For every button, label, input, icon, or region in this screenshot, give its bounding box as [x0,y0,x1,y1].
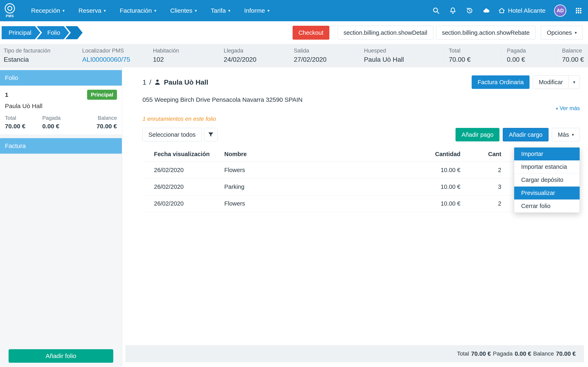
add-payment-button[interactable]: Añadir pago [455,128,499,142]
col-header-cantidad: Cantidad [399,147,461,162]
home-icon [498,7,505,14]
chevron-down-icon: ▾ [268,8,269,13]
field-tipo-facturacion: Tipo de facturación Estancia [4,48,82,63]
menu-item-cargar-deposito[interactable]: Cargar depósito [514,173,580,186]
more-button[interactable]: Más▾ [552,128,580,142]
ver-mas-link[interactable]: ▾ Ver más [556,105,580,112]
filter-funnel-icon [208,131,214,138]
sidebar-factura-header[interactable]: Factura [0,138,122,154]
folio-title: 1 / Paula Uò Hall [143,78,208,86]
field-huesped: Huesped Paula Uò Hall [364,48,443,63]
col-header-fecha: Fecha visualización [143,147,224,162]
principal-badge: Principal [87,90,117,100]
top-nav: PMS Recepción▾ Reserva▾ Facturación▾ Cli… [0,0,588,21]
sidebar-folio-header[interactable]: Folio [0,70,122,86]
notifications-bell-icon[interactable] [449,7,457,14]
menu-item-importar[interactable]: Importar [514,148,580,160]
checkout-button[interactable]: Checkout [293,26,330,40]
folio-detail-panel: 1 / Paula Uò Hall Factura Ordinaria Modi… [122,67,588,367]
menu-clientes[interactable]: Clientes▾ [163,0,204,21]
breadcrumb-principal[interactable]: Principal [2,26,40,39]
field-pagada: Pagada 0.00 € [501,48,556,63]
field-balance: Balance 70.00 € [556,48,584,63]
field-llegada: Llegada 24/02/2020 [224,48,294,63]
person-icon [154,79,161,86]
add-folio-button[interactable]: Añadir folio [8,349,113,363]
menu-informe[interactable]: Informe▾ [237,0,277,21]
breadcrumb-folio[interactable]: Folio [37,26,69,39]
more-dropdown-menu: Importar Importar estancia Cargar depósi… [514,147,580,213]
chevron-down-icon: ▾ [572,133,574,137]
show-detail-button[interactable]: section.billing.action.showDetail [337,26,433,40]
field-total: Total 70.00 € [443,48,501,63]
chevron-down-icon: ▾ [154,8,156,13]
totals-footer: Total 70.00 € Pagada 0.00 € Balance 70.0… [125,345,584,362]
menu-item-importar-estancia[interactable]: Importar estancia [514,160,580,173]
menu-reserva[interactable]: Reserva▾ [72,0,113,21]
select-all-button[interactable]: Seleccionar todos [143,128,202,142]
menu-item-cerrar-folio[interactable]: Cerrar folio [514,200,580,213]
search-icon[interactable] [432,7,440,14]
main-menu: Recepción▾ Reserva▾ Facturación▾ Cliente… [24,0,277,21]
guest-address: 055 Weeping Birch Drive Pensacola Navarr… [143,96,580,103]
user-avatar[interactable]: AD [554,5,566,17]
hotel-name: Hotel Alicante [508,7,546,14]
menu-facturacion[interactable]: Facturación▾ [113,0,163,21]
guest-name: Paula Uò Hall [164,78,208,86]
folio-total: Total 70.00 € [5,115,42,130]
modificar-split-button: Modificar ▾ [533,75,580,89]
chevron-down-icon: ▾ [575,31,577,35]
menu-recepcion[interactable]: Recepción▾ [24,0,72,21]
field-salida: Salida 27/02/2020 [294,48,364,63]
field-localizador-pms: Localizador PMS ALI00000060/75 [82,48,153,63]
folio-pagada: Pagada 0.00 € [42,115,80,130]
modificar-button[interactable]: Modificar [533,75,569,89]
folio-number: 1 [5,91,8,98]
menu-tarifa[interactable]: Tarifa▾ [204,0,237,21]
localizador-link[interactable]: ALI00000060/75 [82,56,153,63]
menu-item-previsualizar[interactable]: Previsualizar [514,186,580,200]
show-rebate-button[interactable]: section.billing.action.showRebate [436,26,536,40]
add-charge-button[interactable]: Añadir cargo [503,128,548,142]
options-button[interactable]: Opciones▾ [541,26,583,40]
hotel-selector[interactable]: Hotel Alicante [498,7,546,14]
folio-guest-name: Paula Uò Hall [5,103,117,109]
filter-button[interactable] [204,128,218,142]
charges-toolbar: Seleccionar todos Añadir pago Añadir car… [143,128,580,142]
chevron-down-icon: ▾ [195,8,197,13]
folio-sidebar: Folio 1 Principal Paula Uò Hall Total 70… [0,67,122,367]
pms-logo-icon [5,3,15,14]
chevron-down-icon: ▾ [556,107,558,110]
folio-list-item[interactable]: 1 Principal Paula Uò Hall Total 70.00 € … [0,86,122,135]
routing-note: 1 enrutamientos en este folio [143,116,580,122]
factura-ordinaria-button[interactable]: Factura Ordinaria [472,75,530,89]
col-header-cant: Cant [461,147,501,162]
pms-logo-label: PMS [6,14,14,18]
cloud-icon[interactable] [483,7,490,14]
chevron-down-icon: ▾ [104,8,106,13]
field-habitacion: Habitación 102 [153,48,224,63]
chevron-down-icon: ▾ [228,8,230,13]
modificar-caret[interactable]: ▾ [569,75,580,89]
reservation-info-bar: Tipo de facturación Estancia Localizador… [0,44,588,67]
folio-balance: Balance 70.00 € [80,115,117,130]
chevron-down-icon: ▾ [63,8,65,13]
col-header-nombre: Nombre [224,147,399,162]
apps-grid-icon[interactable] [575,7,582,14]
history-icon[interactable] [466,7,473,14]
breadcrumb-row: Principal Folio Checkout section.billing… [0,21,588,44]
pms-logo[interactable]: PMS [4,3,16,18]
